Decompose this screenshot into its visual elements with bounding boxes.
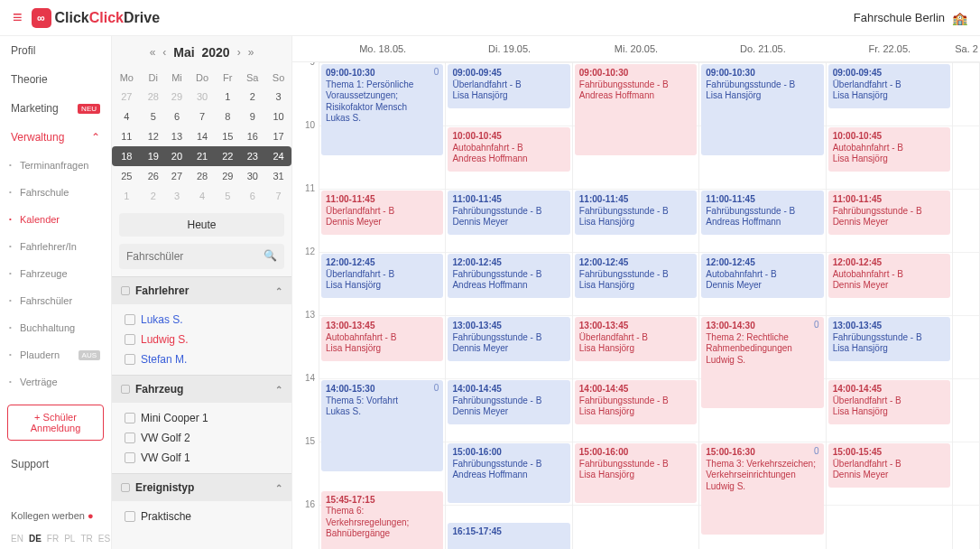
- nav-vertraege[interactable]: Verträge: [0, 368, 111, 395]
- mini-day[interactable]: 25: [112, 166, 142, 186]
- day-column[interactable]: 09:00-10:30Fahrübungsstunde - BAndreas H…: [573, 62, 699, 549]
- calendar-event[interactable]: 15:00-15:45Überlandfahrt - BDennis Meyer: [828, 443, 950, 488]
- day-column[interactable]: [953, 62, 980, 549]
- nav-plaudern[interactable]: Plaudern AUS: [0, 341, 111, 368]
- mini-day[interactable]: 30: [189, 87, 216, 107]
- school-icon[interactable]: 🏫: [952, 11, 967, 25]
- calendar-event[interactable]: 14:00-15:30Thema 5: VorfahrtLukas S.0: [321, 380, 443, 471]
- mini-day[interactable]: 7: [265, 186, 291, 206]
- day-header[interactable]: Do. 21.05.: [699, 36, 826, 61]
- calendar-event[interactable]: 15:00-16:30Thema 3: Verkehrszeichen; Ver…: [701, 443, 823, 535]
- nav-fahrschule[interactable]: Fahrschule: [0, 179, 111, 206]
- menu-icon[interactable]: ≡: [13, 8, 23, 27]
- calendar-event[interactable]: 11:00-11:45Fahrübungsstunde - BDennis Me…: [828, 191, 950, 235]
- filter-item[interactable]: Stefan M.: [116, 349, 288, 369]
- lang-pl[interactable]: PL: [64, 534, 75, 544]
- nav-fahrzeuge[interactable]: Fahrzeuge: [0, 260, 111, 287]
- mini-day[interactable]: 1: [216, 87, 239, 107]
- mini-day[interactable]: 1: [112, 186, 142, 206]
- filter-item[interactable]: VW Golf 1: [116, 448, 288, 468]
- mini-day[interactable]: 6: [165, 107, 189, 126]
- calendar-event[interactable]: 09:00-09:45Überlandfahrt - BLisa Hansjör…: [828, 64, 950, 108]
- acc-cars-header[interactable]: Fahrzeug ⌃: [112, 375, 291, 403]
- next-month-icon[interactable]: ›: [237, 46, 241, 59]
- calendar-event[interactable]: 10:00-10:45Autobahnfahrt - BAndreas Hoff…: [448, 127, 569, 172]
- calendar-event[interactable]: 12:00-12:45Autobahnfahrt - BDennis Meyer: [828, 254, 950, 298]
- calendar-event[interactable]: 10:00-10:45Autobahnfahrt - BLisa Hansjör…: [828, 127, 950, 172]
- acc-teachers-header[interactable]: Fahrlehrer ⌃: [112, 276, 291, 304]
- acc-evtype-header[interactable]: Ereignistyp ⌃: [112, 473, 291, 501]
- filter-item[interactable]: Mini Cooper 1: [116, 408, 288, 428]
- today-button[interactable]: Heute: [119, 213, 284, 237]
- nav-profil[interactable]: Profil: [0, 36, 111, 65]
- day-column[interactable]: 09:00-10:30Fahrübungsstunde - BLisa Hans…: [699, 62, 826, 549]
- mini-day[interactable]: 23: [239, 146, 265, 166]
- lang-tr[interactable]: TR: [80, 534, 92, 544]
- day-header[interactable]: Di. 19.05.: [446, 36, 572, 61]
- nav-terminanfragen[interactable]: Terminanfragen: [0, 152, 111, 179]
- jump-next-icon[interactable]: »: [248, 46, 254, 59]
- mini-day[interactable]: 20: [165, 146, 189, 166]
- calendar-event[interactable]: 15:00-16:00Fahrübungsstunde - BAndreas H…: [448, 443, 569, 503]
- lang-fr[interactable]: FR: [47, 534, 59, 544]
- filter-item[interactable]: Ludwig S.: [116, 330, 288, 349]
- calendar-event[interactable]: 13:00-14:30Thema 2: Rechtliche Rahmenbed…: [701, 317, 823, 408]
- lang-en[interactable]: EN: [11, 534, 23, 544]
- calendar-event[interactable]: 12:00-12:45Fahrübungsstunde - BLisa Hans…: [575, 254, 697, 298]
- mini-day[interactable]: 15: [216, 126, 239, 146]
- mini-day[interactable]: 29: [165, 87, 189, 107]
- mini-day[interactable]: 3: [265, 87, 291, 107]
- mini-day[interactable]: 13: [165, 126, 189, 146]
- nav-buchhaltung[interactable]: Buchhaltung: [0, 314, 111, 341]
- mini-day[interactable]: 8: [216, 107, 239, 126]
- mini-day[interactable]: 27: [112, 87, 142, 107]
- calendar-event[interactable]: 09:00-10:30Fahrübungsstunde - BLisa Hans…: [701, 64, 823, 155]
- mini-day[interactable]: 28: [142, 87, 165, 107]
- calendar-event[interactable]: 11:00-11:45Überlandfahrt - BDennis Meyer: [321, 191, 443, 235]
- student-search-input[interactable]: [119, 244, 284, 269]
- calendar-event[interactable]: 14:00-14:45Fahrübungsstunde - BDennis Me…: [448, 380, 569, 424]
- mini-day[interactable]: 14: [189, 126, 216, 146]
- calendar-event[interactable]: 12:00-12:45Überlandfahrt - BLisa Hansjör…: [321, 254, 443, 298]
- mini-day[interactable]: 5: [142, 107, 165, 126]
- mini-day[interactable]: 12: [142, 126, 165, 146]
- day-column[interactable]: 09:00-09:45Überlandfahrt - BLisa Hansjör…: [446, 62, 572, 549]
- day-header[interactable]: Mo. 18.05.: [319, 36, 446, 61]
- nav-kalender[interactable]: Kalender: [0, 206, 111, 233]
- calendar-event[interactable]: 14:00-14:45Fahrübungsstunde - BLisa Hans…: [575, 380, 697, 424]
- filter-item[interactable]: Praktische: [116, 507, 288, 526]
- mini-day[interactable]: 4: [112, 107, 142, 126]
- calendar-event[interactable]: 09:00-10:30Fahrübungsstunde - BAndreas H…: [575, 64, 697, 155]
- month-label[interactable]: Mai 2020: [173, 45, 229, 60]
- mini-day[interactable]: 9: [239, 107, 265, 126]
- mini-day[interactable]: 2: [142, 186, 165, 206]
- mini-day[interactable]: 4: [189, 186, 216, 206]
- school-name[interactable]: Fahrschule Berlin: [854, 11, 945, 24]
- calendar-event[interactable]: 12:00-12:45Fahrübungsstunde - BAndreas H…: [448, 254, 569, 298]
- day-header[interactable]: Mi. 20.05.: [573, 36, 699, 61]
- mini-day[interactable]: 30: [239, 166, 265, 186]
- enroll-button[interactable]: + Schüler Anmeldung: [7, 405, 104, 441]
- mini-day[interactable]: 7: [189, 107, 216, 126]
- mini-day[interactable]: 28: [189, 166, 216, 186]
- calendar-event[interactable]: 15:00-16:00Fahrübungsstunde - BLisa Hans…: [575, 443, 697, 503]
- calendar-event[interactable]: 12:00-12:45Autobahnfahrt - BDennis Meyer: [701, 254, 823, 298]
- logo[interactable]: ∞ ClickClickDrive: [32, 8, 161, 28]
- filter-item[interactable]: Lukas S.: [116, 310, 288, 330]
- calendar-event[interactable]: 14:00-14:45Überlandfahrt - BLisa Hansjör…: [828, 380, 950, 424]
- day-header[interactable]: Fr. 22.05.: [827, 36, 953, 61]
- lang-de[interactable]: DE: [29, 534, 42, 544]
- calendar-event[interactable]: 11:00-11:45Fahrübungsstunde - BLisa Hans…: [575, 191, 697, 235]
- mini-day[interactable]: 26: [142, 166, 165, 186]
- day-header[interactable]: Sa. 2: [953, 36, 980, 61]
- mini-day[interactable]: 11: [112, 126, 142, 146]
- calendar-event[interactable]: 11:00-11:45Fahrübungsstunde - BDennis Me…: [448, 191, 569, 235]
- mini-day[interactable]: 2: [239, 87, 265, 107]
- nav-marketing[interactable]: Marketing NEU: [0, 94, 111, 123]
- nav-support[interactable]: Support: [0, 450, 111, 479]
- mini-day[interactable]: 3: [165, 186, 189, 206]
- day-column[interactable]: 09:00-09:45Überlandfahrt - BLisa Hansjör…: [827, 62, 953, 549]
- jump-prev-icon[interactable]: «: [150, 46, 156, 59]
- mini-day[interactable]: 6: [239, 186, 265, 206]
- lang-es[interactable]: ES: [98, 534, 110, 544]
